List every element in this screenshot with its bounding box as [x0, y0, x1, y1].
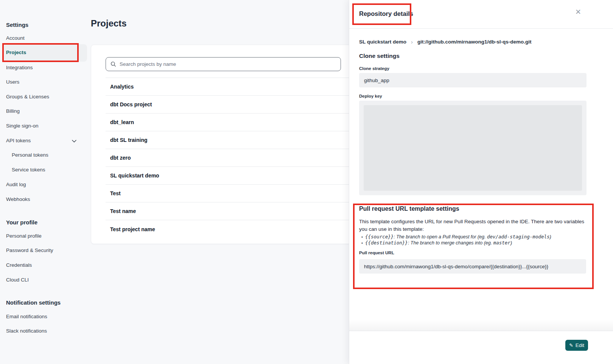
sidebar-heading-your-profile: Your profile [6, 219, 37, 226]
close-icon[interactable]: ✕ [575, 8, 581, 16]
sidebar-item-users[interactable]: Users [6, 79, 19, 86]
pull-request-url-value: https://github.com/mirnawong1/db-sl-qs-d… [359, 259, 586, 274]
bullet-suffix: ) [550, 234, 551, 240]
pull-request-url-label: Pull request URL [359, 250, 394, 255]
sidebar-item-personal-tokens[interactable]: Personal tokens [12, 152, 48, 159]
annotation-box-pr-template [353, 204, 594, 289]
project-name: dbt_learn [106, 119, 134, 125]
sidebar-heading-notification-settings: Notification settings [6, 299, 61, 306]
bullet-text: : The branch to open a Pull Request for … [394, 234, 487, 240]
footer-fade [349, 319, 613, 331]
sidebar-item-single-sign-on[interactable]: Single sign-on [6, 123, 39, 129]
sidebar-item-api-tokens[interactable]: API tokens [6, 137, 31, 144]
project-name: dbt zero [106, 155, 131, 161]
sidebar-item-integrations[interactable]: Integrations [6, 64, 33, 71]
sidebar-item-credentials[interactable]: Credentials [6, 262, 32, 269]
code-source-example: dev/add-staging-models [487, 234, 550, 240]
breadcrumb-project: SL quickstart demo [359, 39, 406, 45]
code-destination-var: {{destination}} [365, 240, 408, 246]
sidebar-item-slack-notifications[interactable]: Slack notifications [6, 328, 47, 334]
clone-settings-heading: Clone settings [359, 53, 400, 59]
bullet-dot: • [359, 235, 365, 239]
sidebar-heading-settings: Settings [6, 21, 28, 28]
pr-template-heading: Pull request URL template settings [359, 205, 459, 212]
project-row-dbt-docs-project[interactable]: dbt Docs project [106, 96, 389, 114]
project-row-test-project-name[interactable]: Test project name [106, 220, 389, 238]
deploy-key-redacted-value [364, 105, 582, 191]
project-row-sl-quickstart-demo[interactable]: SL quickstart demo [106, 167, 389, 185]
chevron-right-icon: › [411, 39, 413, 45]
drawer-header-divider [349, 28, 613, 29]
edit-button-label: Edit [576, 342, 584, 348]
project-row-test-name[interactable]: Test name [106, 202, 389, 220]
bullet-text: : The branch to merge changes into (eg. [408, 240, 493, 246]
sidebar-item-email-notifications[interactable]: Email notifications [6, 313, 47, 320]
code-source-var: {{source}} [365, 234, 394, 240]
sidebar-item-webhooks[interactable]: Webhooks [6, 196, 30, 203]
code-destination-example: master [493, 240, 510, 246]
drawer-footer: ✎ Edit [349, 331, 613, 364]
sidebar-item-projects-label: Projects [6, 50, 26, 55]
chevron-down-icon[interactable] [71, 138, 77, 144]
sidebar-item-projects[interactable]: Projects [3, 44, 87, 62]
pr-template-bullet-destination: •{{destination}}: The branch to merge ch… [359, 240, 512, 246]
sidebar-item-cloud-cli[interactable]: Cloud CLI [6, 277, 29, 283]
bullet-dot: • [359, 241, 365, 245]
clone-strategy-value: github_app [359, 73, 587, 87]
project-name: dbt SL training [106, 137, 148, 143]
repository-details-drawer: Repository details ✕ SL quickstart demo … [349, 0, 613, 364]
sidebar-item-audit-log[interactable]: Audit log [6, 181, 26, 188]
bullet-suffix: ) [510, 240, 512, 246]
edit-button[interactable]: ✎ Edit [565, 340, 588, 351]
project-row-analytics[interactable]: Analytics [106, 78, 389, 96]
sidebar-item-account[interactable]: Account [6, 35, 25, 42]
sidebar-item-personal-profile[interactable]: Personal profile [6, 233, 42, 240]
project-name: SL quickstart demo [106, 173, 159, 179]
project-name: Test name [106, 208, 136, 214]
projects-card: Analytics dbt Docs project dbt_learn dbt… [91, 45, 390, 244]
sidebar-item-billing[interactable]: Billing [6, 108, 20, 115]
project-row-dbt-learn[interactable]: dbt_learn [106, 114, 389, 131]
sidebar-item-groups-licenses[interactable]: Groups & Licenses [6, 93, 49, 100]
page-title: Projects [91, 18, 127, 29]
project-name: Test [106, 190, 121, 196]
project-row-test[interactable]: Test [106, 185, 389, 202]
search-input[interactable] [120, 61, 336, 67]
project-row-dbt-zero[interactable]: dbt zero [106, 149, 389, 167]
pr-template-description: This template configures the URL for new… [359, 218, 588, 233]
project-name: Test project name [106, 226, 155, 232]
pencil-icon: ✎ [569, 343, 573, 348]
deploy-key-field [359, 101, 587, 195]
breadcrumb-repo-url: git://github.com/mirnawong1/db-sl-qs-dem… [417, 39, 531, 45]
pr-template-bullet-source: •{{source}}: The branch to open a Pull R… [359, 234, 551, 240]
sidebar-item-service-tokens[interactable]: Service tokens [12, 166, 45, 173]
search-input-wrap [106, 57, 341, 71]
project-name: Analytics [106, 84, 134, 90]
project-name: dbt Docs project [106, 101, 152, 107]
drawer-title: Repository details [359, 10, 413, 17]
sidebar-item-password-security[interactable]: Password & Security [6, 247, 53, 254]
breadcrumb: SL quickstart demo › git://github.com/mi… [359, 39, 532, 45]
deploy-key-label: Deploy key [359, 94, 382, 98]
search-icon [110, 61, 116, 67]
project-row-dbt-sl-training[interactable]: dbt SL training [106, 131, 389, 149]
clone-strategy-label: Clone strategy [359, 66, 389, 71]
